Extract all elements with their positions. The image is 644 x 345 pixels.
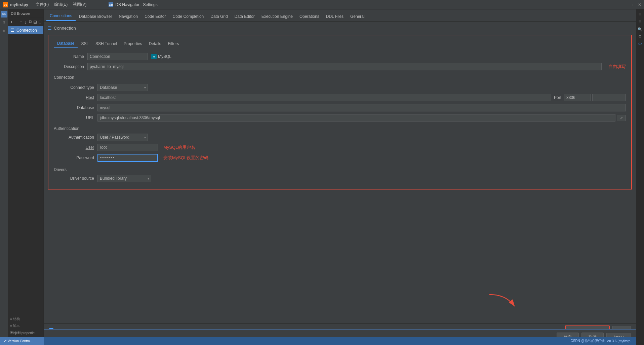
close-button[interactable]: ✕ bbox=[638, 2, 641, 7]
window-controls: ─ □ ✕ bbox=[627, 2, 644, 7]
description-annotation: 自由填写 bbox=[608, 64, 626, 70]
auth-section-label: Authentication bbox=[54, 126, 626, 131]
description-input[interactable] bbox=[87, 63, 602, 70]
panel-header-label: Connection bbox=[54, 26, 76, 31]
password-input[interactable] bbox=[97, 154, 158, 162]
tab-connections[interactable]: Connections bbox=[46, 11, 76, 21]
inner-tab-database[interactable]: Database bbox=[54, 39, 78, 48]
database-label: Database bbox=[61, 105, 97, 110]
output-icon[interactable]: ≡ 输出 bbox=[8, 323, 44, 329]
name-row: Name M MySQL bbox=[54, 53, 626, 60]
minimize-button[interactable]: ─ bbox=[627, 2, 630, 7]
settings-window-title: DB DB Navigator - Settings bbox=[109, 2, 157, 7]
search-button[interactable]: 🔍 bbox=[637, 26, 643, 32]
settings-icon-button[interactable]: ⚙ bbox=[637, 33, 643, 39]
port-input[interactable] bbox=[564, 94, 591, 101]
auth-label: Authentication bbox=[61, 135, 97, 140]
red-border-content: Database SSL SSH Tunnel Properties Detai… bbox=[48, 35, 632, 189]
tab-code-editor[interactable]: Code Editor bbox=[141, 12, 169, 21]
structure-icon[interactable]: ≡ 结构 bbox=[8, 316, 44, 322]
inner-tabs: Database SSL SSH Tunnel Properties Detai… bbox=[54, 39, 626, 48]
run-icon[interactable]: ▶ 运行 bbox=[8, 330, 44, 336]
auth-select-wrapper: User / Password No auth LDAP ▾ bbox=[97, 134, 148, 141]
power-button[interactable]: ⏻ bbox=[637, 40, 643, 46]
inner-tab-ssh-tunnel[interactable]: SSH Tunnel bbox=[92, 39, 120, 48]
user-label: User bbox=[61, 145, 97, 150]
driver-source-select[interactable]: Bundled library Custom JARs bbox=[97, 175, 151, 182]
tab-execution-engine[interactable]: Execution Engine bbox=[258, 12, 296, 21]
description-row: Description 自由填写 bbox=[54, 63, 626, 70]
tab-navigation[interactable]: Navigation bbox=[115, 12, 141, 21]
icon-btn-1[interactable]: ⚙ bbox=[1, 19, 7, 26]
password-annotation: 安装MySQL设置的密码 bbox=[163, 155, 208, 161]
db-type-label: MySQL bbox=[158, 54, 171, 59]
inner-tab-details[interactable]: Details bbox=[146, 39, 165, 48]
menu-bar: 文件(F) 编辑(E) 视图(V) bbox=[34, 1, 88, 8]
password-row: Password 安装MySQL设置的密码 bbox=[54, 154, 626, 162]
driver-source-label: Driver source bbox=[61, 176, 97, 181]
url-input[interactable] bbox=[97, 114, 615, 122]
status-text: CSDN @你气的肥仔饿 bbox=[570, 339, 604, 343]
tab-operations[interactable]: Operations bbox=[296, 12, 323, 21]
version-control-label: ⎇ Version Contro... bbox=[3, 339, 33, 343]
right-icon-strip: ⊞ ⊟ 🔍 ⚙ ⏻ bbox=[636, 9, 644, 345]
auth-type-row: Authentication User / Password No auth L… bbox=[54, 134, 626, 141]
host-label: Host bbox=[61, 95, 97, 100]
driver-source-row: Driver source Bundled library Custom JAR… bbox=[54, 175, 626, 182]
connect-type-row: Connect type Database SSH Tunnel LDAP ▾ bbox=[54, 84, 626, 91]
db-nav-icon: DB bbox=[109, 2, 113, 7]
settings-main-content: ☰ Connection Database SSL SSH Tunnel Pro… bbox=[44, 22, 636, 323]
inner-tab-ssl[interactable]: SSL bbox=[78, 39, 92, 48]
inner-tab-filters[interactable]: Filters bbox=[165, 39, 183, 48]
left-bottom-icons: ≡ 结构 ≡ 输出 ▶ 运行 bbox=[8, 9, 44, 337]
icon-btn-2[interactable]: ◈ bbox=[1, 27, 7, 34]
version-info: on 3.6 (myfirstp... bbox=[607, 339, 633, 343]
inner-tab-properties[interactable]: Properties bbox=[120, 39, 146, 48]
panel-header-icon: ☰ bbox=[48, 26, 52, 31]
name-input[interactable] bbox=[87, 53, 148, 60]
menu-file[interactable]: 文件(F) bbox=[34, 1, 51, 8]
connect-type-select[interactable]: Database SSH Tunnel LDAP bbox=[97, 84, 148, 91]
settings-nav-tabs: Connections Database Browser Navigation … bbox=[44, 9, 636, 22]
connect-type-label: Connect type bbox=[61, 85, 97, 90]
connection-section-label: Connection bbox=[54, 75, 626, 81]
host-input[interactable] bbox=[97, 94, 551, 101]
tab-database-browser[interactable]: Database Browser bbox=[76, 12, 116, 21]
url-row: URL ⇗ bbox=[54, 114, 626, 122]
name-label: Name bbox=[54, 54, 87, 59]
port-extra-input[interactable] bbox=[592, 94, 626, 101]
tab-data-editor[interactable]: Data Editor bbox=[231, 12, 258, 21]
right-btn-1[interactable]: ⊞ bbox=[637, 11, 643, 17]
tab-code-completion[interactable]: Code Completion bbox=[169, 12, 207, 21]
title-bar: py myfirstpy 文件(F) 编辑(E) 视图(V) DB DB Nav… bbox=[0, 0, 644, 9]
bottom-status-bar: CSDN @你气的肥仔饿 on 3.6 (myfirstp... bbox=[44, 337, 636, 345]
left-icon-bar: DB ⚙ ◈ bbox=[0, 9, 8, 337]
tab-ddl-files[interactable]: DDL Files bbox=[323, 12, 347, 21]
db-type-badge: M MySQL bbox=[151, 54, 171, 59]
app-info: py myfirstpy bbox=[0, 2, 31, 7]
db-browser-icon[interactable]: DB bbox=[1, 11, 7, 18]
url-label: URL bbox=[61, 115, 97, 120]
menu-view[interactable]: 视图(V) bbox=[71, 1, 88, 8]
project-name: myfirstpy bbox=[10, 2, 28, 7]
password-label: Password bbox=[61, 156, 97, 160]
tab-general[interactable]: General bbox=[347, 12, 368, 21]
menu-edit[interactable]: 编辑(E) bbox=[52, 1, 70, 8]
right-btn-2[interactable]: ⊟ bbox=[637, 18, 643, 24]
app-icon: py bbox=[3, 2, 8, 7]
port-label: Port bbox=[554, 95, 561, 100]
maximize-button[interactable]: □ bbox=[633, 2, 635, 7]
auth-select[interactable]: User / Password No auth LDAP bbox=[97, 134, 148, 141]
tab-data-grid[interactable]: Data Grid bbox=[207, 12, 231, 21]
url-expand-button[interactable]: ⇗ bbox=[617, 115, 626, 121]
user-row: User MySQL的用户名 bbox=[54, 144, 626, 151]
database-row: Database bbox=[54, 104, 626, 111]
host-row: Host Port bbox=[54, 94, 626, 101]
panel-header: ☰ Connection bbox=[48, 26, 632, 31]
connect-type-wrapper: Database SSH Tunnel LDAP ▾ bbox=[97, 84, 148, 91]
user-input[interactable] bbox=[97, 144, 158, 151]
database-input[interactable] bbox=[97, 104, 626, 111]
user-annotation: MySQL的用户名 bbox=[163, 144, 195, 150]
driver-source-wrapper: Bundled library Custom JARs ▾ bbox=[97, 175, 151, 182]
drivers-section-label: Drivers bbox=[54, 167, 626, 172]
